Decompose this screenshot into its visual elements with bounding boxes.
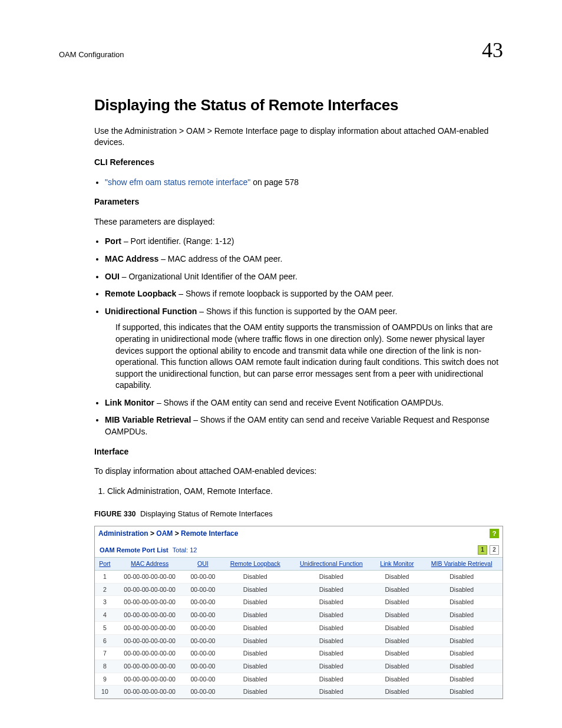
- table-cell: 3: [95, 596, 115, 609]
- param-desc: – Shows if this function is supported by…: [197, 307, 397, 316]
- table-cell: Disabled: [373, 634, 421, 647]
- table-cell: Disabled: [289, 647, 373, 660]
- table-cell: Disabled: [289, 673, 373, 686]
- cli-references-list: "show efm oam status remote interface" o…: [105, 177, 503, 189]
- parameter-item: MAC Address – MAC address of the OAM pee…: [105, 253, 503, 265]
- param-name: OUI: [105, 272, 120, 281]
- table-cell: 00-00-00-00-00-00: [115, 583, 185, 596]
- table-cell: Disabled: [421, 686, 503, 699]
- table-cell: 7: [95, 647, 115, 660]
- breadcrumb-text: Administration > OAM > Remote Interface: [98, 529, 238, 539]
- list-title-text: OAM Remote Port List: [100, 546, 168, 554]
- parameter-item: MIB Variable Retrieval – Shows if the OA…: [105, 414, 503, 437]
- table-row: 100-00-00-00-00-0000-00-00DisabledDisabl…: [95, 571, 503, 584]
- help-icon[interactable]: ?: [490, 529, 499, 538]
- table-cell: Disabled: [221, 609, 289, 622]
- table-cell: 00-00-00-00-00-00: [115, 660, 185, 673]
- param-name: MIB Variable Retrieval: [105, 415, 191, 424]
- parameters-intro: These parameters are displayed:: [94, 216, 503, 228]
- parameter-item: Link Monitor – Shows if the OAM entity c…: [105, 397, 503, 409]
- table-cell: 00-00-00: [184, 686, 221, 699]
- table-row: 900-00-00-00-00-0000-00-00DisabledDisabl…: [95, 673, 503, 686]
- parameter-item: Remote Loopback – Shows if remote loopba…: [105, 288, 503, 300]
- col-link-monitor[interactable]: Link Monitor: [373, 558, 421, 571]
- table-cell: Disabled: [421, 621, 503, 634]
- param-name: MAC Address: [105, 254, 158, 263]
- table-cell: Disabled: [421, 673, 503, 686]
- col-oui[interactable]: OUI: [184, 558, 221, 571]
- breadcrumb-seg[interactable]: OAM: [156, 529, 173, 538]
- embedded-screenshot: Administration > OAM > Remote Interface …: [94, 526, 503, 699]
- table-cell: Disabled: [221, 634, 289, 647]
- table-cell: 00-00-00-00-00-00: [115, 634, 185, 647]
- table-cell: Disabled: [421, 596, 503, 609]
- param-name: Unidirectional Function: [105, 307, 197, 316]
- table-cell: Disabled: [373, 647, 421, 660]
- col-remote-loopback[interactable]: Remote Loopback: [221, 558, 289, 571]
- list-title: OAM Remote Port List Total: 12: [100, 546, 197, 555]
- table-cell: 5: [95, 621, 115, 634]
- cli-reference-link[interactable]: "show efm oam status remote interface": [105, 177, 250, 187]
- table-row: 400-00-00-00-00-0000-00-00DisabledDisabl…: [95, 609, 503, 622]
- table-cell: Disabled: [289, 621, 373, 634]
- table-cell: Disabled: [373, 596, 421, 609]
- cli-references-heading: CLI References: [94, 157, 503, 169]
- section-name: OAM Configuration: [59, 50, 124, 60]
- table-row: 500-00-00-00-00-0000-00-00DisabledDisabl…: [95, 621, 503, 634]
- breadcrumb-sep: >: [150, 529, 156, 538]
- col-port[interactable]: Port: [95, 558, 115, 571]
- table-cell: 00-00-00-00-00-00: [115, 621, 185, 634]
- table-cell: Disabled: [289, 660, 373, 673]
- table-cell: 00-00-00: [184, 660, 221, 673]
- table-cell: 00-00-00: [184, 583, 221, 596]
- table-cell: 9: [95, 673, 115, 686]
- unidirectional-explanation: If supported, this indicates that the OA…: [115, 322, 503, 391]
- param-desc: – Organizational Unit Identifier of the …: [120, 272, 297, 281]
- interface-intro: To display information about attached OA…: [94, 466, 503, 477]
- param-desc: – MAC address of the OAM peer.: [158, 254, 282, 263]
- parameters-list: Port – Port identifier. (Range: 1-12) MA…: [105, 236, 503, 437]
- param-name: Link Monitor: [105, 398, 154, 407]
- table-cell: Disabled: [221, 686, 289, 699]
- page-button-2[interactable]: 2: [490, 545, 499, 555]
- table-cell: Disabled: [373, 660, 421, 673]
- table-cell: 00-00-00-00-00-00: [115, 686, 185, 699]
- col-mib-variable-retrieval[interactable]: MIB Variable Retrieval: [421, 558, 503, 571]
- col-unidirectional-function[interactable]: Unidirectional Function: [289, 558, 373, 571]
- param-name: Remote Loopback: [105, 289, 176, 298]
- table-cell: Disabled: [289, 571, 373, 584]
- table-cell: 2: [95, 583, 115, 596]
- table-cell: 1: [95, 571, 115, 584]
- param-desc: – Shows if the OAM entity can send and r…: [154, 398, 444, 407]
- table-cell: Disabled: [221, 596, 289, 609]
- figure-title: Displaying Status of Remote Interfaces: [140, 509, 273, 518]
- table-cell: 00-00-00: [184, 634, 221, 647]
- table-cell: Disabled: [289, 596, 373, 609]
- intro-paragraph: Use the Administration > OAM > Remote In…: [94, 126, 503, 149]
- interface-heading: Interface: [94, 446, 503, 458]
- table-cell: 6: [95, 634, 115, 647]
- chapter-number: 43: [482, 35, 503, 65]
- table-cell: Disabled: [373, 621, 421, 634]
- table-cell: Disabled: [421, 609, 503, 622]
- table-cell: Disabled: [221, 673, 289, 686]
- table-cell: Disabled: [421, 571, 503, 584]
- col-mac-address[interactable]: MAC Address: [115, 558, 185, 571]
- table-cell: Disabled: [289, 634, 373, 647]
- table-cell: Disabled: [373, 583, 421, 596]
- table-cell: Disabled: [221, 621, 289, 634]
- table-row: 200-00-00-00-00-0000-00-00DisabledDisabl…: [95, 583, 503, 596]
- table-cell: Disabled: [289, 583, 373, 596]
- breadcrumb-sep: >: [175, 529, 181, 538]
- table-row: 1000-00-00-00-00-0000-00-00DisabledDisab…: [95, 686, 503, 699]
- table-cell: Disabled: [373, 686, 421, 699]
- remote-port-table: Port MAC Address OUI Remote Loopback Uni…: [95, 557, 503, 699]
- table-cell: 00-00-00: [184, 596, 221, 609]
- param-desc: – Shows if remote loopback is supported …: [176, 289, 394, 298]
- breadcrumb-seg[interactable]: Administration: [98, 529, 148, 538]
- interface-step: Click Administration, OAM, Remote Interf…: [107, 486, 503, 498]
- param-desc: – Port identifier. (Range: 1-12): [121, 236, 234, 246]
- parameter-item: OUI – Organizational Unit Identifier of …: [105, 271, 503, 283]
- page-button-1[interactable]: 1: [478, 545, 487, 555]
- breadcrumb-seg[interactable]: Remote Interface: [181, 529, 238, 538]
